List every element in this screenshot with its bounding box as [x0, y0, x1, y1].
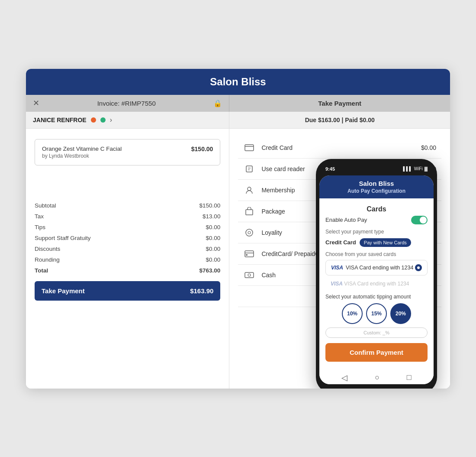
tipping-label: Select your automatic tipping amount	[325, 294, 428, 300]
credit-card-label: Credit Card	[261, 144, 293, 151]
service-item: Orange Zest Vitamine C Facial by Lynda W…	[35, 139, 220, 165]
client-row-right: Due $163.00 | Paid $0.00	[229, 112, 450, 128]
phone-body: Cards Enable Auto Pay Select your paymen…	[319, 198, 434, 369]
battery-icon: ▓	[425, 166, 428, 171]
membership-label: Membership	[261, 187, 295, 194]
svg-rect-9	[245, 251, 254, 257]
loyalty-label: Loyality	[261, 229, 282, 236]
visa-logo: VISA	[331, 265, 343, 271]
pay-new-cards-button[interactable]: Pay with New Cards	[360, 238, 411, 247]
tipping-options: 10% 15% 20%	[325, 303, 428, 324]
recents-nav-icon[interactable]: □	[407, 373, 412, 382]
client-row-left: JANICE RENFROE ›	[26, 112, 229, 128]
status-dot-orange	[91, 117, 96, 123]
gratuity-label: Support Staff Gratuity	[35, 235, 91, 241]
due-info: Due $163.00 | Paid $0.00	[305, 117, 375, 123]
rounding-label: Rounding	[35, 256, 60, 263]
totals-row-tax: Tax $13.00	[35, 211, 220, 222]
svg-point-7	[246, 229, 253, 236]
loyalty-icon	[243, 228, 255, 237]
tips-value: $0.00	[206, 224, 221, 230]
client-row: JANICE RENFROE › Due $163.00 | Paid $0.0…	[26, 112, 450, 129]
credit-card-text: Credit Card	[325, 239, 356, 246]
gratuity-value: $0.00	[206, 235, 221, 241]
totals-row-gratuity: Support Staff Gratuity $0.00	[35, 233, 220, 243]
phone-app-title: Salon Bliss	[325, 180, 428, 187]
phone-notch-bar: 9:45 ▌▌▌ WiFi ▓	[319, 164, 434, 175]
totals-row-total: Total $763.00	[35, 265, 220, 276]
wifi-icon: WiFi	[414, 166, 423, 171]
close-button[interactable]: ✕	[33, 99, 39, 107]
take-payment-button[interactable]: Take Payment $163.90	[35, 281, 220, 301]
left-panel: Orange Zest Vitamine C Facial by Lynda W…	[26, 129, 229, 389]
membership-icon	[243, 186, 255, 194]
totals-row-rounding: Rounding $0.00	[35, 254, 220, 265]
ghost-card-option: VISA VISA Card ending with 1234	[325, 278, 428, 289]
chevron-right-icon[interactable]: ›	[110, 116, 112, 124]
total-value: $763.00	[199, 267, 221, 274]
take-payment-btn-label: Take Payment	[42, 287, 85, 295]
ghost-visa-logo: VISA	[331, 281, 343, 287]
package-icon	[243, 207, 255, 216]
enable-autopay-row: Enable Auto Pay	[325, 216, 428, 224]
card-ending-text: VISA Card ending with 1234	[346, 265, 413, 271]
package-label: Package	[261, 208, 285, 215]
cash-icon	[243, 271, 255, 279]
phone-bottom-bar: ◁ ○ □	[319, 369, 434, 384]
phone-app-header: Salon Bliss Auto Pay Configuration	[319, 175, 434, 198]
service-name: Orange Zest Vitamine C Facial	[42, 146, 122, 152]
cards-tab-label: Cards	[325, 204, 428, 216]
rounding-value: $0.00	[206, 256, 221, 263]
credit-card-amount: $0.00	[421, 144, 436, 151]
totals-section: Subtotal $150.00 Tax $13.00 Tips $0.00 S…	[35, 200, 220, 301]
selected-card-option[interactable]: VISA VISA Card ending with 1234	[325, 260, 428, 275]
svg-rect-2	[246, 166, 252, 172]
payment-option-credit-card[interactable]: Credit Card $0.00	[238, 137, 441, 159]
service-provider: by Lynda Westbrook	[42, 153, 122, 159]
custom-tip-input[interactable]: Custom: _%	[325, 327, 428, 338]
discounts-label: Discounts	[35, 246, 60, 252]
svg-rect-11	[246, 254, 248, 256]
total-label: Total	[35, 267, 48, 274]
confirm-payment-button[interactable]: Confirm Payment	[325, 343, 428, 362]
cash-label: Cash	[261, 272, 276, 279]
enable-autopay-label: Enable Auto Pay	[325, 217, 367, 223]
phone-time: 9:45	[325, 166, 335, 172]
credit-card-row: Credit Card Pay with New Cards	[325, 238, 428, 247]
credit-card-icon	[243, 143, 255, 152]
totals-row-tips: Tips $0.00	[35, 222, 220, 233]
svg-rect-0	[245, 145, 254, 151]
autopay-toggle[interactable]	[411, 216, 428, 224]
signal-icon: ▌▌▌	[403, 166, 412, 171]
svg-point-8	[248, 231, 251, 234]
status-dot-green	[100, 117, 106, 123]
service-price: $150.00	[191, 146, 213, 152]
totals-row-discounts: Discounts $0.00	[35, 243, 220, 254]
subtotal-label: Subtotal	[35, 202, 56, 209]
invoice-title: Invoice: #RIMP7550	[44, 100, 209, 107]
take-payment-btn-amount: $163.90	[190, 287, 213, 295]
card-radio-selected[interactable]	[415, 264, 422, 271]
app-title: Salon Bliss	[36, 76, 440, 88]
tip-btn-10[interactable]: 10%	[342, 303, 363, 324]
other-icon	[243, 292, 255, 301]
tax-value: $13.00	[203, 213, 220, 220]
app-header: Salon Bliss	[26, 69, 450, 95]
tip-btn-15[interactable]: 15%	[366, 303, 387, 324]
svg-point-5	[248, 187, 251, 191]
sub-header-left: ✕ Invoice: #RIMP7550 🔒	[26, 95, 229, 112]
back-nav-icon[interactable]: ◁	[341, 373, 347, 382]
tip-btn-20[interactable]: 20%	[390, 303, 411, 324]
sub-header: ✕ Invoice: #RIMP7550 🔒 Take Payment	[26, 95, 450, 112]
phone-mockup: 9:45 ▌▌▌ WiFi ▓ Salon Bliss Auto Pay Con…	[316, 159, 437, 389]
phone-status-icons: ▌▌▌ WiFi ▓	[403, 166, 428, 171]
tax-label: Tax	[35, 213, 44, 220]
svg-rect-6	[246, 210, 253, 215]
discounts-value: $0.00	[206, 246, 221, 252]
tips-label: Tips	[35, 224, 45, 230]
sub-header-right: Take Payment	[229, 95, 450, 112]
home-nav-icon[interactable]: ○	[375, 373, 380, 382]
take-payment-header: Take Payment	[318, 100, 361, 107]
card-reader-label: Use card reader	[261, 165, 305, 172]
totals-row-subtotal: Subtotal $150.00	[35, 200, 220, 211]
